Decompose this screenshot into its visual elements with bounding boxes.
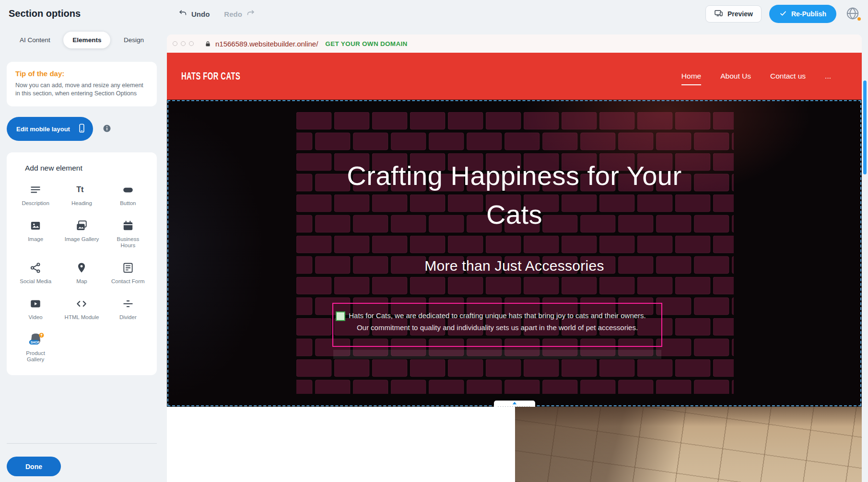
- heading-icon: Tt: [75, 183, 88, 196]
- site-nav: HomeAbout UsContact us...: [681, 72, 847, 80]
- site-preview-canvas: n1566589.websitebuilder.online/ GET YOUR…: [167, 34, 862, 482]
- section-options-sidebar: AI Content Elements Design Tip of the da…: [7, 32, 157, 375]
- add-element-image[interactable]: Image: [12, 219, 59, 249]
- element-label: Description: [22, 200, 49, 207]
- description-icon: [29, 183, 42, 196]
- tab-ai-content[interactable]: AI Content: [11, 32, 59, 48]
- site-header[interactable]: HATS FOR CATS HomeAbout UsContact us...: [167, 53, 862, 100]
- element-label: Heading: [71, 200, 92, 207]
- contact-form-icon: [122, 261, 134, 275]
- info-button[interactable]: [102, 124, 112, 134]
- hero-subheading[interactable]: More than Just Accessories: [167, 258, 862, 274]
- image-icon: [29, 219, 42, 232]
- preview-button[interactable]: Preview: [705, 5, 762, 23]
- map-icon: [75, 261, 88, 275]
- divider-icon: [122, 297, 134, 310]
- site-url: n1566589.websitebuilder.online/: [215, 40, 318, 48]
- add-element-social-media[interactable]: Social Media: [12, 261, 59, 285]
- add-element-contact-form[interactable]: Contact Form: [105, 261, 151, 285]
- svg-text:SHOP: SHOP: [30, 340, 39, 344]
- redo-label: Redo: [224, 10, 242, 18]
- add-element-button[interactable]: Button: [105, 183, 151, 207]
- preview-label: Preview: [727, 10, 753, 18]
- hero-heading[interactable]: Crafting Happiness for Your Cats: [342, 156, 687, 234]
- add-element-image-gallery[interactable]: Image Gallery: [59, 219, 105, 249]
- section-height-resize-handle[interactable]: [494, 401, 535, 407]
- element-label: Social Media: [20, 278, 51, 285]
- html-module-icon: [75, 297, 88, 310]
- element-label: Button: [120, 200, 136, 207]
- tab-design[interactable]: Design: [115, 32, 153, 48]
- republish-button[interactable]: Re-Publish: [769, 5, 836, 23]
- add-element-card: Add new element DescriptionTtHeadingButt…: [7, 152, 157, 375]
- video-icon: [29, 297, 42, 310]
- get-your-own-domain-link[interactable]: GET YOUR OWN DOMAIN: [325, 40, 407, 47]
- add-element-grid: DescriptionTtHeadingButtonImageImage Gal…: [12, 183, 151, 363]
- add-element-video[interactable]: Video: [12, 297, 59, 321]
- element-label: Divider: [119, 314, 137, 321]
- topbar-actions: Preview Re-Publish: [705, 0, 861, 28]
- monitor-icon: [714, 9, 723, 19]
- tip-of-the-day-card: Tip of the day: Now you can add, move an…: [7, 62, 157, 106]
- done-button[interactable]: Done: [7, 457, 61, 476]
- nav-item-home[interactable]: Home: [681, 72, 701, 80]
- element-label: Business Hours: [110, 236, 146, 249]
- add-element-heading[interactable]: TtHeading: [59, 183, 105, 207]
- nav-item-contact-us[interactable]: Contact us: [770, 72, 806, 80]
- mobile-layout-row: Edit mobile layout: [7, 117, 157, 141]
- tab-elements[interactable]: Elements: [63, 32, 110, 48]
- element-label: Product Gallery: [18, 350, 53, 363]
- product-gallery-icon: SHOP: [27, 333, 45, 346]
- element-label: Image Gallery: [65, 236, 99, 242]
- business-hours-icon: [122, 219, 134, 232]
- lock-icon: [204, 40, 211, 47]
- undo-icon: [178, 9, 188, 19]
- selected-text-element[interactable]: Hats for Cats, we are dedicated to craft…: [332, 303, 662, 347]
- canvas-scrollbar-thumb[interactable]: [863, 80, 867, 174]
- next-section: [167, 407, 862, 482]
- next-section-image[interactable]: [515, 407, 862, 482]
- edit-mobile-layout-button[interactable]: Edit mobile layout: [7, 117, 93, 141]
- resize-arrows-icon: [494, 401, 535, 407]
- paragraph-line: Hats for Cats, we are dedicated to craft…: [333, 310, 661, 321]
- nav-item-about-us[interactable]: About Us: [720, 72, 751, 80]
- tip-title: Tip of the day:: [15, 69, 148, 78]
- image-gallery-icon: [75, 219, 88, 232]
- sidebar-divider: [7, 443, 157, 444]
- svg-text:Tt: Tt: [77, 185, 84, 194]
- social-media-icon: [29, 261, 42, 275]
- add-element-title: Add new element: [25, 164, 151, 172]
- window-control-dot: [189, 41, 194, 46]
- info-icon: [102, 127, 112, 135]
- next-section-blank[interactable]: [167, 407, 515, 482]
- element-label: Image: [28, 236, 43, 242]
- element-label: Contact Form: [111, 278, 145, 285]
- resize-handle-left[interactable]: [336, 311, 345, 321]
- element-ghost-bar: [333, 350, 661, 359]
- add-element-description[interactable]: Description: [12, 183, 59, 207]
- page-title: Section options: [9, 8, 81, 19]
- hero-section[interactable]: Crafting Happiness for Your Cats More th…: [167, 100, 862, 407]
- browser-chrome-bar: n1566589.websitebuilder.online/ GET YOUR…: [167, 34, 862, 53]
- sidebar-tabs: AI Content Elements Design: [7, 32, 157, 48]
- redo-button[interactable]: Redo: [224, 9, 255, 19]
- edit-mobile-layout-label: Edit mobile layout: [16, 126, 70, 133]
- tip-body: Now you can add, move and resize any ele…: [15, 81, 148, 98]
- history-controls: Undo Redo: [178, 0, 255, 28]
- window-control-dot: [181, 41, 186, 46]
- hero-paragraph[interactable]: Hats for Cats, we are dedicated to craft…: [333, 310, 661, 333]
- undo-label: Undo: [191, 10, 210, 18]
- add-element-divider[interactable]: Divider: [105, 297, 151, 321]
- element-label: Video: [29, 314, 43, 321]
- canvas-scrollbar-track: [862, 28, 868, 482]
- add-element-map[interactable]: Map: [59, 261, 105, 285]
- check-icon: [779, 10, 787, 19]
- add-element-html-module[interactable]: HTML Module: [59, 297, 105, 321]
- undo-button[interactable]: Undo: [178, 9, 210, 19]
- language-globe-button[interactable]: [844, 5, 861, 23]
- add-element-product-gallery[interactable]: SHOPProduct Gallery: [12, 333, 59, 363]
- phone-icon: [77, 123, 87, 135]
- notification-dot: [857, 17, 861, 21]
- add-element-business-hours[interactable]: Business Hours: [105, 219, 151, 249]
- nav-item-more[interactable]: ...: [825, 72, 831, 80]
